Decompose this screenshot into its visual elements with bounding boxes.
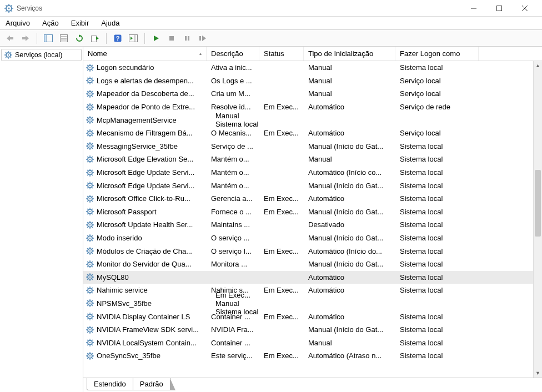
- start-service-button[interactable]: [149, 32, 163, 45]
- show-hide-action-pane-button[interactable]: [127, 32, 140, 45]
- service-row[interactable]: NVIDIA LocalSystem Contain...Container .…: [83, 336, 533, 349]
- service-startup: Manual: [211, 299, 259, 308]
- tab-extended[interactable]: Estendido: [87, 378, 133, 390]
- forward-button[interactable]: [19, 32, 32, 45]
- service-row[interactable]: Microsoft Update Health Ser...Maintains …: [83, 218, 533, 232]
- column-header-status[interactable]: Status: [259, 47, 304, 61]
- service-description: Resolve id...: [207, 103, 259, 111]
- export-list-button[interactable]: [88, 32, 102, 45]
- svg-line-157: [87, 200, 88, 202]
- tab-edge: [170, 378, 175, 390]
- svg-line-188: [92, 235, 93, 237]
- service-row[interactable]: NVIDIA Display Container LSContainer ...…: [83, 310, 533, 323]
- menu-acao[interactable]: Ação: [40, 18, 61, 28]
- minimize-button[interactable]: [461, 0, 486, 17]
- menu-arquivo[interactable]: Arquivo: [3, 18, 32, 28]
- svg-point-70: [89, 93, 91, 94]
- svg-line-116: [92, 148, 93, 149]
- service-startup: Automático: [304, 103, 395, 111]
- service-row[interactable]: OneSyncSvc_35fbeEste serviç...Em Exec...…: [83, 349, 533, 363]
- svg-line-105: [87, 130, 88, 132]
- pause-service-button[interactable]: [180, 32, 194, 45]
- svg-marker-14: [7, 36, 10, 41]
- scroll-up-button[interactable]: ▲: [534, 61, 542, 70]
- service-startup: Manual (Início do Gat...: [304, 325, 395, 334]
- menu-exibir[interactable]: Exibir: [69, 18, 92, 28]
- service-row[interactable]: Logs e alertas de desempen...Os Logs e .…: [83, 74, 533, 88]
- svg-line-275: [87, 353, 88, 354]
- service-startup: Manual: [304, 63, 395, 72]
- gear-icon: [86, 299, 94, 308]
- svg-line-115: [87, 143, 88, 144]
- service-row[interactable]: Microsoft Edge Update Servi...Mantém o..…: [83, 166, 533, 179]
- column-header-startup[interactable]: Tipo de Inicialização: [304, 47, 395, 61]
- service-description: Maintains ...: [207, 220, 259, 229]
- column-header-name[interactable]: Nome ▴: [83, 47, 207, 61]
- service-row[interactable]: Microsoft Edge Elevation Se...Mantém o..…: [83, 153, 533, 166]
- service-row[interactable]: NVIDIA FrameView SDK servi...NVIDIA Fra.…: [83, 323, 533, 336]
- service-row[interactable]: Mecanismo de Filtragem Bá...O Mecanis...…: [83, 127, 533, 140]
- column-header-description[interactable]: Descrição: [207, 47, 259, 61]
- service-row[interactable]: Mapeador de Ponto de Extre...Resolve id.…: [83, 100, 533, 114]
- close-button[interactable]: [512, 0, 538, 17]
- service-row[interactable]: MessagingService_35fbeServiço de ...Manu…: [83, 140, 533, 153]
- service-logon: Sistema local: [395, 155, 479, 163]
- service-row[interactable]: Mapeador da Descoberta de...Cria um M...…: [83, 87, 533, 100]
- service-row[interactable]: Módulos de Criação de Cha...O serviço I.…: [83, 244, 533, 258]
- scroll-down-button[interactable]: ▼: [534, 369, 542, 378]
- svg-rect-34: [169, 36, 174, 41]
- gear-icon: [86, 260, 94, 269]
- service-row[interactable]: Microsoft PassportFornece o ...Em Exec..…: [83, 205, 533, 219]
- service-startup: Automático (Início do...: [304, 247, 395, 255]
- svg-line-195: [87, 248, 88, 249]
- svg-line-97: [87, 122, 88, 123]
- svg-line-96: [92, 122, 93, 123]
- service-row[interactable]: Microsoft Office Click-to-Ru...Gerencia …: [83, 192, 533, 205]
- maximize-button[interactable]: [486, 0, 512, 17]
- scroll-thumb[interactable]: [535, 170, 541, 237]
- svg-line-166: [92, 214, 93, 215]
- refresh-button[interactable]: [73, 32, 86, 45]
- gear-icon: [86, 286, 94, 295]
- service-description: O serviço I...: [207, 247, 259, 255]
- svg-line-127: [87, 161, 88, 162]
- svg-line-247: [87, 319, 88, 320]
- service-row[interactable]: Logon secundárioAtiva a inic...ManualSis…: [83, 61, 533, 74]
- service-name: MessagingService_35fbe: [97, 142, 178, 150]
- service-startup: Desativado: [304, 220, 395, 229]
- scroll-track[interactable]: [534, 70, 542, 369]
- svg-line-256: [92, 331, 93, 333]
- tree-item-services-local[interactable]: Serviços (local): [1, 49, 82, 61]
- svg-point-100: [89, 133, 91, 134]
- svg-point-230: [89, 303, 91, 304]
- column-header-logon[interactable]: Fazer Logon como: [395, 47, 479, 61]
- menu-ajuda[interactable]: Ajuda: [99, 18, 122, 28]
- restart-service-button[interactable]: [196, 32, 209, 45]
- service-row[interactable]: Modo inseridoO serviço ...Manual (Início…: [83, 232, 533, 245]
- stop-service-button[interactable]: [165, 32, 178, 45]
- gear-icon: [4, 51, 13, 59]
- service-row[interactable]: Microsoft Edge Update Servi...Mantém o..…: [83, 179, 533, 192]
- vertical-scrollbar[interactable]: ▲ ▼: [533, 61, 542, 378]
- tab-standard[interactable]: Padrão: [133, 378, 170, 390]
- back-button[interactable]: [3, 32, 17, 45]
- service-name: OneSyncSvc_35fbe: [97, 351, 160, 360]
- service-row[interactable]: MySQL80AutomáticoSistema local: [83, 271, 533, 284]
- service-row[interactable]: Nahimic serviceNahimic s...Em Exec...Aut…: [83, 284, 533, 297]
- toolbar-separator: [144, 33, 145, 44]
- service-row[interactable]: NPSMSvc_35fbeEm Exec...ManualSistema loc…: [83, 297, 533, 310]
- service-status: Em Exec...: [259, 351, 304, 360]
- svg-line-255: [87, 327, 88, 328]
- service-logon: Sistema local: [395, 351, 479, 360]
- service-row[interactable]: McpManagementServiceManualSistema local: [83, 113, 533, 127]
- properties-button[interactable]: [57, 32, 71, 45]
- service-row[interactable]: Monitor do Servidor de Qua...Monitora ..…: [83, 258, 533, 271]
- svg-rect-30: [129, 34, 138, 42]
- service-logon: Sistema local: [211, 120, 259, 128]
- svg-line-178: [92, 222, 93, 223]
- show-hide-tree-button[interactable]: [42, 32, 55, 45]
- help-button[interactable]: ?: [111, 32, 124, 45]
- svg-line-56: [92, 69, 93, 71]
- service-startup: Automático: [304, 313, 395, 321]
- svg-line-8: [6, 10, 7, 11]
